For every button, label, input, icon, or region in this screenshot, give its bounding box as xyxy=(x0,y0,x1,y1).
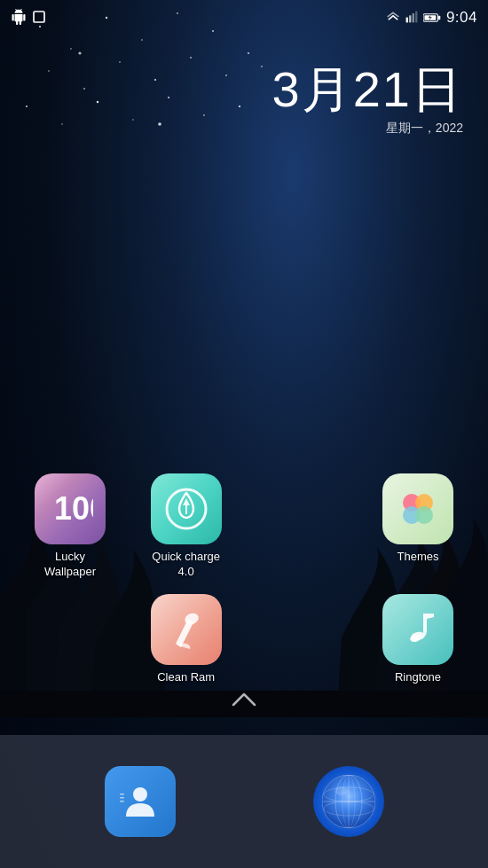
svg-rect-106 xyxy=(438,15,440,19)
svg-rect-116 xyxy=(120,794,124,795)
svg-point-17 xyxy=(190,57,192,59)
contacts-dock-icon[interactable] xyxy=(105,766,176,837)
dock-browser[interactable] xyxy=(300,766,397,837)
ringtone-label: Ringtone xyxy=(395,670,441,685)
svg-point-14 xyxy=(83,88,85,90)
svg-text:100: 100 xyxy=(54,490,93,527)
app-row-1: 100 LuckyWallpaper Quick charge4.0 xyxy=(14,473,474,580)
svg-point-18 xyxy=(225,74,227,76)
status-bar: 9:04 xyxy=(0,0,488,35)
clean-ram-icon[interactable] xyxy=(151,594,222,665)
svg-point-112 xyxy=(415,506,433,524)
svg-point-3 xyxy=(141,39,142,40)
quick-charge-label: Quick charge4.0 xyxy=(152,550,220,580)
lucky-wallpaper-icon[interactable]: 100 xyxy=(35,473,106,544)
app-slot-clean-ram[interactable]: Clean Ram xyxy=(138,594,235,685)
app-slot-themes[interactable]: Themes xyxy=(369,473,467,580)
signal-icon xyxy=(405,11,418,26)
square-icon xyxy=(32,10,46,27)
svg-point-16 xyxy=(154,79,156,81)
svg-point-115 xyxy=(133,787,147,802)
app-grid: 100 LuckyWallpaper Quick charge4.0 xyxy=(0,473,488,700)
svg-point-15 xyxy=(119,61,120,62)
svg-point-28 xyxy=(132,119,133,120)
battery-icon xyxy=(423,11,441,26)
dock-contacts[interactable] xyxy=(91,766,189,837)
browser-dock-icon[interactable] xyxy=(313,766,384,837)
quick-charge-icon[interactable] xyxy=(151,473,222,544)
lucky-wallpaper-label: LuckyWallpaper xyxy=(44,550,96,580)
time-display: 9:04 xyxy=(446,9,477,27)
app-row-2: Clean Ram Ringtone xyxy=(14,594,474,685)
svg-point-127 xyxy=(335,786,349,795)
themes-icon[interactable] xyxy=(382,473,453,544)
svg-rect-100 xyxy=(405,17,407,22)
svg-point-30 xyxy=(203,114,205,116)
svg-point-31 xyxy=(239,106,240,107)
date-sub: 星期一，2022 xyxy=(272,121,463,137)
statusbar-left xyxy=(11,9,46,27)
app-slot-ringtone[interactable]: Ringtone xyxy=(369,594,467,685)
themes-label: Themes xyxy=(397,550,438,565)
datetime-widget: 3月21日 星期一，2022 xyxy=(272,62,463,137)
app-slot-quick-charge[interactable]: Quick charge4.0 xyxy=(138,473,235,580)
date-main: 3月21日 xyxy=(272,62,463,117)
svg-point-19 xyxy=(261,66,263,67)
svg-rect-118 xyxy=(120,801,124,802)
svg-rect-101 xyxy=(409,15,411,22)
svg-rect-102 xyxy=(412,12,413,22)
app-slot-lucky-wallpaper[interactable]: 100 LuckyWallpaper xyxy=(21,473,119,580)
svg-point-13 xyxy=(48,70,50,72)
svg-point-91 xyxy=(158,122,161,126)
svg-point-93 xyxy=(78,51,81,54)
statusbar-right: 9:04 xyxy=(386,9,477,27)
svg-point-27 xyxy=(97,101,98,103)
dock xyxy=(0,735,488,868)
wifi-icon xyxy=(386,11,400,26)
svg-point-25 xyxy=(26,106,28,107)
android-icon xyxy=(11,9,27,27)
svg-point-26 xyxy=(61,123,63,125)
svg-point-1 xyxy=(70,48,72,50)
ringtone-icon[interactable] xyxy=(382,594,453,665)
clean-ram-label: Clean Ram xyxy=(157,670,215,685)
svg-rect-103 xyxy=(415,11,417,22)
svg-point-6 xyxy=(248,52,249,54)
up-chevron[interactable] xyxy=(231,691,257,713)
svg-rect-99 xyxy=(34,12,44,22)
svg-rect-117 xyxy=(120,797,124,799)
svg-point-29 xyxy=(168,97,169,98)
